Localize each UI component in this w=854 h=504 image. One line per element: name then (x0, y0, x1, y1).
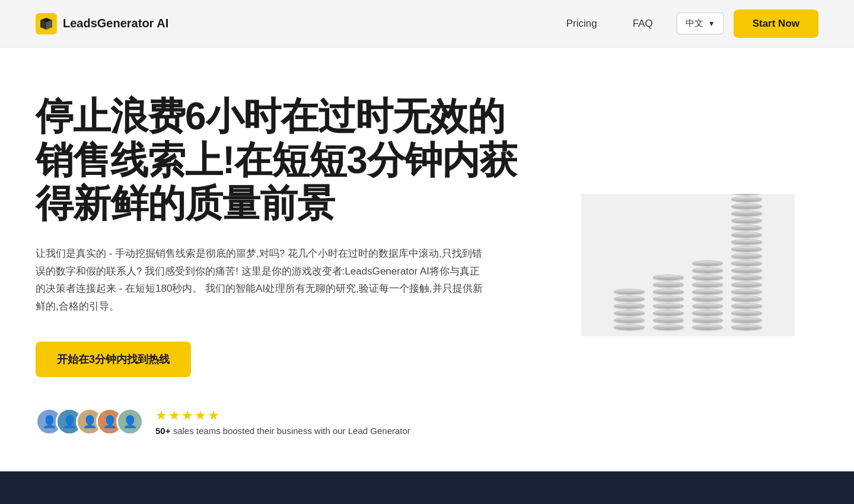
coin (692, 260, 723, 266)
coin (731, 324, 762, 330)
coin (692, 303, 723, 309)
coin (731, 218, 762, 224)
coin (614, 296, 645, 302)
avatar-group: 👤 👤 👤 👤 👤 (36, 408, 144, 435)
proof-count: 50+ (155, 426, 173, 436)
coin (731, 289, 762, 295)
coin (731, 196, 762, 202)
coin-stack-3 (692, 260, 723, 330)
coin (614, 289, 645, 295)
proof-description: 50+ sales teams boosted their business w… (155, 426, 410, 436)
coin (731, 260, 762, 266)
nav-links: Pricing FAQ (566, 18, 653, 30)
coin (692, 289, 723, 295)
star-rating: ★★★★★ (155, 408, 410, 423)
coin (653, 289, 684, 295)
coin (731, 296, 762, 302)
coin (731, 232, 762, 238)
coin (692, 275, 723, 280)
coin (692, 317, 723, 323)
coin (731, 203, 762, 209)
coin (731, 246, 762, 252)
brand-logo-icon (36, 13, 57, 34)
social-proof: 👤 👤 👤 👤 👤 ★★★★★ 50+ sa (36, 408, 540, 436)
coin (614, 303, 645, 309)
coin (731, 310, 762, 316)
coin (731, 239, 762, 245)
coin (653, 317, 684, 323)
coin (653, 310, 684, 316)
coin (653, 324, 684, 330)
coin (731, 194, 762, 195)
coin (692, 310, 723, 316)
coin (731, 210, 762, 216)
coin (731, 275, 762, 280)
hero-title: 停止浪费6小时在过时无效的销售线索上!在短短3分钟内获得新鲜的质量前景 (36, 95, 540, 226)
hero-content: 停止浪费6小时在过时无效的销售线索上!在短短3分钟内获得新鲜的质量前景 让我们是… (36, 95, 540, 436)
brand-link[interactable]: LeadsGenerator AI (36, 13, 168, 34)
coin (692, 267, 723, 273)
nav-pricing[interactable]: Pricing (566, 18, 597, 30)
footer (0, 471, 854, 504)
coins-visual (581, 194, 795, 336)
hero-section: 停止浪费6小时在过时无效的销售线索上!在短短3分钟内获得新鲜的质量前景 让我们是… (0, 47, 854, 471)
coin (653, 275, 684, 280)
coin (614, 310, 645, 316)
coin (731, 317, 762, 323)
coin (614, 324, 645, 330)
start-now-button[interactable]: Start Now (734, 9, 818, 38)
coin (692, 296, 723, 302)
proof-label: sales teams boosted their business with … (173, 426, 410, 436)
hero-cta-button[interactable]: 开始在3分钟内找到热线 (36, 342, 191, 377)
coin (653, 303, 684, 309)
coin (614, 317, 645, 323)
navbar: LeadsGenerator AI Pricing FAQ 中文 ▼ Start… (0, 0, 854, 47)
coin (731, 267, 762, 273)
coin (692, 282, 723, 288)
coin (731, 253, 762, 259)
language-selected-value: 中文 (686, 18, 703, 29)
coin-stack-2 (653, 275, 684, 330)
nav-faq[interactable]: FAQ (633, 18, 653, 30)
proof-text-group: ★★★★★ 50+ sales teams boosted their busi… (155, 408, 410, 436)
hero-description: 让我们是真实的 - 手动挖掘销售线索是彻底的噩梦,对吗? 花几个小时在过时的数据… (36, 245, 486, 315)
avatar: 👤 (116, 408, 144, 435)
coin (731, 303, 762, 309)
language-selector[interactable]: 中文 ▼ (677, 12, 724, 34)
coin (731, 282, 762, 288)
coin (731, 225, 762, 231)
coin (653, 282, 684, 288)
coin (692, 324, 723, 330)
brand-name-text: LeadsGenerator AI (63, 17, 168, 30)
coin-stack-1 (614, 289, 645, 330)
coin-stack-4 (731, 194, 762, 330)
coin (653, 296, 684, 302)
hero-image (575, 194, 801, 336)
chevron-down-icon: ▼ (708, 20, 715, 28)
